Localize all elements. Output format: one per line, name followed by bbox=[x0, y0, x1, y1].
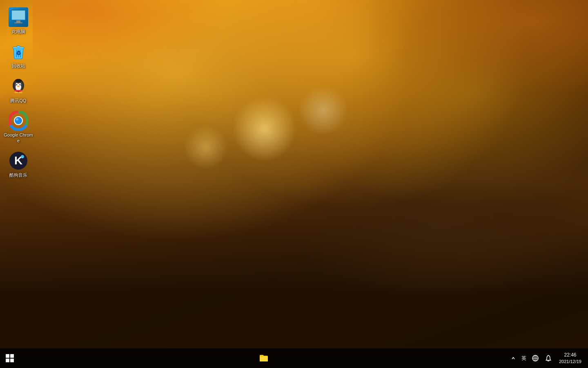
my-computer-label: 此电脑 bbox=[12, 29, 25, 34]
svg-point-23 bbox=[18, 92, 22, 93]
system-tray: 英 22:46 2021/12/ bbox=[508, 348, 588, 368]
svg-text:♪: ♪ bbox=[21, 155, 23, 159]
qq-icon bbox=[9, 76, 28, 96]
start-button[interactable] bbox=[0, 348, 20, 368]
kugou-music-label: 酷狗音乐 bbox=[9, 172, 27, 178]
desktop-icon-kugou-music[interactable]: K ♪ 酷狗音乐 bbox=[2, 148, 35, 181]
taskbar: 英 22:46 2021/12/ bbox=[0, 348, 588, 368]
windows-logo-icon bbox=[6, 354, 14, 362]
desktop: 此电脑 ♻ 回收站 bbox=[0, 0, 588, 368]
svg-rect-5 bbox=[17, 46, 20, 47]
tray-notification-icon[interactable] bbox=[543, 348, 554, 368]
svg-rect-32 bbox=[260, 357, 268, 361]
my-computer-icon bbox=[9, 7, 28, 27]
svg-point-20 bbox=[15, 79, 22, 82]
clock-time: 22:46 bbox=[564, 352, 576, 359]
recycle-bin-label: 回收站 bbox=[12, 63, 25, 69]
clock-date: 2021/12/19 bbox=[559, 359, 581, 364]
taskbar-icon-file-explorer[interactable] bbox=[254, 348, 274, 368]
desktop-icon-my-computer[interactable]: 此电脑 bbox=[2, 4, 35, 38]
tray-network-icon[interactable] bbox=[530, 348, 541, 368]
google-chrome-label: Google Chrome bbox=[4, 132, 33, 144]
qq-label: 腾讯QQ bbox=[10, 98, 26, 103]
desktop-icons-area: 此电脑 ♻ 回收站 bbox=[0, 0, 37, 368]
desktop-icon-recycle-bin[interactable]: ♻ 回收站 bbox=[2, 38, 35, 72]
tray-show-hidden-button[interactable] bbox=[508, 348, 518, 368]
desktop-icon-google-chrome[interactable]: Google Chrome bbox=[2, 108, 35, 147]
svg-text:♻: ♻ bbox=[16, 50, 21, 56]
svg-point-22 bbox=[14, 92, 18, 93]
svg-point-27 bbox=[16, 118, 18, 121]
svg-point-18 bbox=[20, 84, 20, 84]
tray-language-indicator[interactable]: 英 bbox=[520, 348, 528, 368]
svg-point-19 bbox=[17, 85, 20, 87]
google-chrome-icon bbox=[9, 111, 28, 130]
svg-rect-2 bbox=[16, 20, 20, 22]
taskbar-pinned-area bbox=[20, 348, 508, 368]
svg-rect-21 bbox=[14, 90, 22, 91]
svg-rect-3 bbox=[14, 22, 22, 23]
svg-point-26 bbox=[15, 117, 22, 124]
clock-area[interactable]: 22:46 2021/12/19 bbox=[556, 348, 585, 368]
desktop-icon-qq[interactable]: 腾讯QQ bbox=[2, 73, 35, 107]
recycle-bin-icon: ♻ bbox=[9, 42, 28, 61]
tray-lang-text: 英 bbox=[521, 355, 526, 362]
kugou-music-icon: K ♪ bbox=[9, 151, 28, 171]
svg-rect-1 bbox=[12, 11, 25, 20]
svg-point-17 bbox=[17, 84, 17, 84]
